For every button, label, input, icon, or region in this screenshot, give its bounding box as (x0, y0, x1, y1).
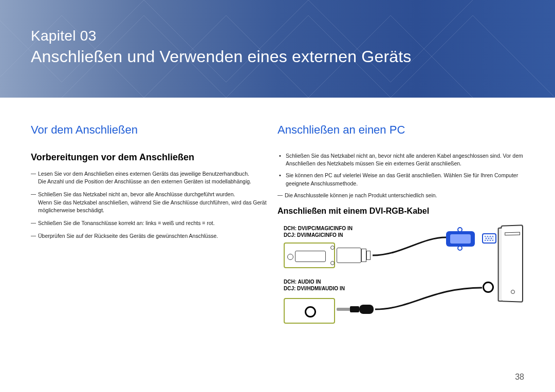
subsection-heading-dvi-rgb: Anschließen mit einem DVI-RGB-Kabel (278, 207, 524, 216)
dvi-port-labels: DCH: DVI/PC/MAGICINFO IN DCJ: DVI/MAGICI… (284, 225, 353, 238)
list-item-line: Überprüfen Sie auf der Rückseite des Ger… (38, 232, 267, 240)
subsection-heading-preparations: Vorbereitungen vor dem Anschließen (31, 152, 267, 163)
audio-cable-plug-icon (337, 304, 375, 314)
list-item: Überprüfen Sie auf der Rückseite des Ger… (31, 232, 267, 240)
right-column: Anschließen an einen PC Schließen Sie da… (278, 123, 524, 345)
audio-jack-icon (305, 306, 316, 318)
preparation-list: Lesen Sie vor dem Anschließen eines exte… (31, 170, 267, 240)
port-label-line: DCH: DVI/PC/MAGICINFO IN (284, 225, 353, 232)
page-number: 38 (515, 372, 524, 382)
pc-audio-jack-icon (483, 282, 494, 293)
port-label-line: DCH: AUDIO IN (284, 278, 345, 285)
device-audio-port (284, 298, 335, 324)
list-item: Schließen Sie das Netzkabel nicht an, be… (278, 152, 524, 167)
content-columns: Vor dem Anschließen Vorbereitungen vor d… (0, 98, 555, 345)
list-item: Lesen Sie vor dem Anschließen eines exte… (31, 170, 267, 185)
list-item: Schließen Sie das Netzkabel nicht an, be… (31, 191, 267, 214)
list-item-line: Lesen Sie vor dem Anschließen eines exte… (38, 170, 267, 178)
list-item-line: Die Anzahl und die Position der Anschlüs… (38, 178, 267, 185)
page: Kapitel 03 Anschließen und Verwenden ein… (0, 0, 555, 392)
list-item-line: Schließen Sie das Netzkabel nicht an, be… (286, 153, 502, 159)
list-item-line: Sie können den PC auf vielerlei Weise an… (286, 172, 442, 178)
chapter-label: Kapitel 03 (31, 28, 412, 44)
vga-cable-plug-icon (446, 228, 475, 250)
dvi-connector-icon (295, 251, 326, 262)
dvi-cable-plug-icon (337, 246, 373, 265)
pc-tower-icon (501, 225, 523, 303)
device-dvi-port (284, 242, 335, 268)
section-heading-connect-pc: Anschließen an einen PC (278, 123, 524, 137)
vga-port-pins-icon (484, 235, 495, 241)
list-item-line: Schließen Sie das Netzkabel nicht an, be… (38, 191, 267, 198)
left-column: Vor dem Anschließen Vorbereitungen vor d… (31, 123, 267, 345)
hero-text: Kapitel 03 Anschließen und Verwenden ein… (31, 28, 412, 66)
list-item-line: Die Anschlussteile können je nach Produk… (285, 192, 437, 198)
pc-connect-bullets: Schließen Sie das Netzkabel nicht an, be… (278, 152, 524, 188)
port-label-line: DCJ: DVI/HDMI/AUDIO IN (284, 285, 345, 292)
port-label-line: DCJ: DVI/MAGICINFO IN (284, 232, 353, 238)
list-item: Sie können den PC auf vielerlei Weise an… (278, 172, 524, 187)
section-heading-before-connecting: Vor dem Anschließen (31, 123, 267, 137)
chapter-hero-banner: Kapitel 03 Anschließen und Verwenden ein… (0, 0, 555, 98)
chapter-title: Anschließen und Verwenden eines externen… (31, 47, 412, 66)
list-item-line: Wenn Sie das Netzkabel anschließen, währ… (38, 199, 267, 214)
list-item-line: Schließen Sie die Tonanschlüsse korrekt … (38, 219, 267, 227)
connection-diagram: DCH: DVI/PC/MAGICINFO IN DCJ: DVI/MAGICI… (278, 222, 524, 345)
list-item: Die Anschlussteile können je nach Produk… (278, 192, 524, 199)
pc-connect-note: Die Anschlussteile können je nach Produk… (278, 192, 524, 199)
audio-port-labels: DCH: AUDIO IN DCJ: DVI/HDMI/AUDIO IN (284, 278, 345, 292)
list-item: Schließen Sie die Tonanschlüsse korrekt … (31, 219, 267, 227)
